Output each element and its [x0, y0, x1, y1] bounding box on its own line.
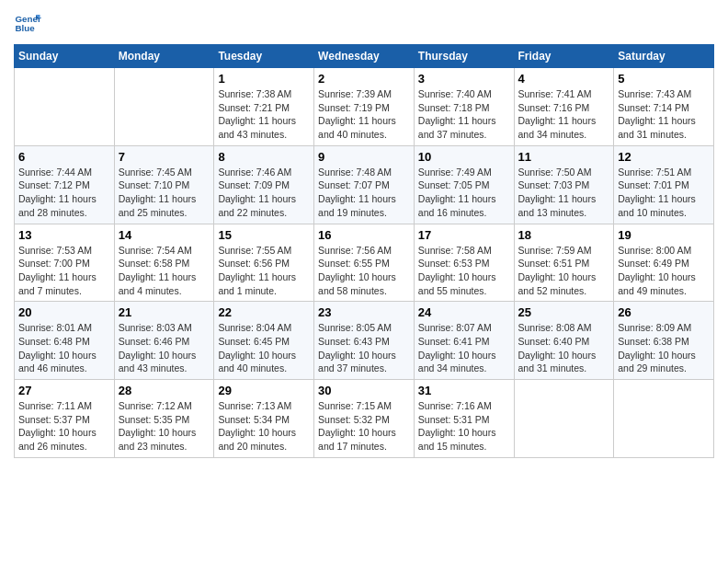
day-detail: Sunrise: 7:44 AM Sunset: 7:12 PM Dayligh…: [18, 166, 110, 220]
calendar-cell: 17Sunrise: 7:58 AM Sunset: 6:53 PM Dayli…: [414, 224, 514, 302]
day-number: 10: [418, 150, 510, 164]
day-number: 2: [318, 72, 410, 86]
day-detail: Sunrise: 8:04 AM Sunset: 6:45 PM Dayligh…: [218, 321, 310, 375]
day-number: 15: [218, 228, 310, 242]
svg-text:Blue: Blue: [16, 23, 36, 33]
day-detail: Sunrise: 7:41 AM Sunset: 7:16 PM Dayligh…: [518, 87, 610, 142]
weekday-header: Saturday: [614, 45, 714, 68]
calendar-week-row: 1Sunrise: 7:38 AM Sunset: 7:21 PM Daylig…: [15, 68, 714, 146]
day-detail: Sunrise: 7:16 AM Sunset: 5:31 PM Dayligh…: [418, 399, 510, 454]
day-number: 29: [218, 384, 310, 397]
calendar-header: SundayMondayTuesdayWednesdayThursdayFrid…: [15, 45, 714, 68]
calendar-cell: 31Sunrise: 7:16 AM Sunset: 5:31 PM Dayli…: [414, 380, 514, 458]
day-number: 12: [618, 150, 710, 164]
calendar-cell: 26Sunrise: 8:09 AM Sunset: 6:38 PM Dayli…: [614, 302, 714, 380]
day-detail: Sunrise: 7:40 AM Sunset: 7:18 PM Dayligh…: [418, 87, 510, 142]
calendar-cell: 16Sunrise: 7:56 AM Sunset: 6:55 PM Dayli…: [314, 224, 415, 302]
weekday-header: Monday: [114, 45, 214, 68]
calendar-cell: 1Sunrise: 7:38 AM Sunset: 7:21 PM Daylig…: [214, 68, 314, 146]
day-number: 11: [518, 150, 610, 164]
day-number: 6: [18, 150, 110, 164]
day-number: 23: [318, 305, 410, 319]
calendar-cell: 25Sunrise: 8:08 AM Sunset: 6:40 PM Dayli…: [514, 302, 614, 380]
day-detail: Sunrise: 7:13 AM Sunset: 5:34 PM Dayligh…: [218, 399, 310, 454]
day-detail: Sunrise: 7:11 AM Sunset: 5:37 PM Dayligh…: [18, 399, 110, 454]
day-detail: Sunrise: 7:59 AM Sunset: 6:51 PM Dayligh…: [518, 244, 610, 298]
calendar-cell: 5Sunrise: 7:43 AM Sunset: 7:14 PM Daylig…: [614, 68, 714, 146]
day-detail: Sunrise: 7:46 AM Sunset: 7:09 PM Dayligh…: [218, 166, 310, 220]
day-detail: Sunrise: 7:55 AM Sunset: 6:56 PM Dayligh…: [218, 244, 310, 298]
day-detail: Sunrise: 8:09 AM Sunset: 6:38 PM Dayligh…: [618, 321, 710, 375]
calendar-cell: 11Sunrise: 7:50 AM Sunset: 7:03 PM Dayli…: [514, 145, 614, 224]
day-number: 4: [518, 72, 610, 86]
calendar-week-row: 20Sunrise: 8:01 AM Sunset: 6:48 PM Dayli…: [15, 302, 714, 380]
day-number: 16: [318, 228, 410, 242]
day-number: 18: [518, 228, 610, 242]
day-detail: Sunrise: 8:00 AM Sunset: 6:49 PM Dayligh…: [618, 244, 710, 298]
calendar-cell: 29Sunrise: 7:13 AM Sunset: 5:34 PM Dayli…: [214, 380, 314, 458]
day-number: 7: [119, 150, 210, 164]
day-number: 3: [418, 72, 510, 86]
calendar-cell: [614, 380, 714, 458]
day-number: 19: [618, 228, 710, 242]
calendar-cell: 18Sunrise: 7:59 AM Sunset: 6:51 PM Dayli…: [514, 224, 614, 302]
calendar-cell: 2Sunrise: 7:39 AM Sunset: 7:19 PM Daylig…: [314, 68, 415, 146]
day-detail: Sunrise: 7:54 AM Sunset: 6:58 PM Dayligh…: [119, 244, 210, 298]
day-number: 30: [318, 384, 410, 397]
day-detail: Sunrise: 7:51 AM Sunset: 7:01 PM Dayligh…: [618, 166, 710, 220]
weekday-header: Wednesday: [314, 45, 415, 68]
day-number: 17: [418, 228, 510, 242]
calendar-week-row: 6Sunrise: 7:44 AM Sunset: 7:12 PM Daylig…: [15, 145, 714, 224]
day-detail: Sunrise: 8:05 AM Sunset: 6:43 PM Dayligh…: [318, 321, 410, 375]
day-detail: Sunrise: 7:48 AM Sunset: 7:07 PM Dayligh…: [318, 166, 410, 220]
weekday-header: Thursday: [414, 45, 514, 68]
day-detail: Sunrise: 7:43 AM Sunset: 7:14 PM Dayligh…: [618, 87, 710, 142]
calendar-cell: 28Sunrise: 7:12 AM Sunset: 5:35 PM Dayli…: [114, 380, 214, 458]
day-detail: Sunrise: 8:08 AM Sunset: 6:40 PM Dayligh…: [518, 321, 610, 375]
day-number: 25: [518, 305, 610, 319]
day-detail: Sunrise: 8:07 AM Sunset: 6:41 PM Dayligh…: [418, 321, 510, 375]
day-number: 5: [618, 72, 710, 86]
calendar-cell: 23Sunrise: 8:05 AM Sunset: 6:43 PM Dayli…: [314, 302, 415, 380]
day-number: 14: [119, 228, 210, 242]
logo-icon: General Blue: [14, 9, 41, 37]
day-number: 13: [18, 228, 110, 242]
weekday-header: Sunday: [15, 45, 115, 68]
day-number: 1: [218, 72, 310, 86]
calendar-cell: 21Sunrise: 8:03 AM Sunset: 6:46 PM Dayli…: [114, 302, 214, 380]
calendar-cell: 9Sunrise: 7:48 AM Sunset: 7:07 PM Daylig…: [314, 145, 415, 224]
calendar-cell: 14Sunrise: 7:54 AM Sunset: 6:58 PM Dayli…: [114, 224, 214, 302]
calendar-cell: 6Sunrise: 7:44 AM Sunset: 7:12 PM Daylig…: [15, 145, 115, 224]
day-detail: Sunrise: 8:01 AM Sunset: 6:48 PM Dayligh…: [18, 321, 110, 375]
calendar-cell: 27Sunrise: 7:11 AM Sunset: 5:37 PM Dayli…: [15, 380, 115, 458]
calendar-table: SundayMondayTuesdayWednesdayThursdayFrid…: [14, 44, 714, 458]
calendar-cell: [15, 68, 115, 146]
day-detail: Sunrise: 7:39 AM Sunset: 7:19 PM Dayligh…: [318, 87, 410, 142]
calendar-week-row: 13Sunrise: 7:53 AM Sunset: 7:00 PM Dayli…: [15, 224, 714, 302]
calendar-cell: 15Sunrise: 7:55 AM Sunset: 6:56 PM Dayli…: [214, 224, 314, 302]
logo: General Blue: [14, 9, 45, 37]
day-number: 27: [18, 384, 110, 397]
calendar-cell: 12Sunrise: 7:51 AM Sunset: 7:01 PM Dayli…: [614, 145, 714, 224]
calendar-cell: 30Sunrise: 7:15 AM Sunset: 5:32 PM Dayli…: [314, 380, 415, 458]
calendar-cell: 8Sunrise: 7:46 AM Sunset: 7:09 PM Daylig…: [214, 145, 314, 224]
day-number: 22: [218, 305, 310, 319]
day-number: 28: [119, 384, 210, 397]
calendar-body: 1Sunrise: 7:38 AM Sunset: 7:21 PM Daylig…: [15, 68, 714, 458]
day-detail: Sunrise: 8:03 AM Sunset: 6:46 PM Dayligh…: [119, 321, 210, 375]
day-number: 26: [618, 305, 710, 319]
day-number: 9: [318, 150, 410, 164]
calendar-cell: 13Sunrise: 7:53 AM Sunset: 7:00 PM Dayli…: [15, 224, 115, 302]
day-detail: Sunrise: 7:12 AM Sunset: 5:35 PM Dayligh…: [119, 399, 210, 454]
day-number: 8: [218, 150, 310, 164]
calendar-cell: 3Sunrise: 7:40 AM Sunset: 7:18 PM Daylig…: [414, 68, 514, 146]
calendar-cell: 7Sunrise: 7:45 AM Sunset: 7:10 PM Daylig…: [114, 145, 214, 224]
day-detail: Sunrise: 7:56 AM Sunset: 6:55 PM Dayligh…: [318, 244, 410, 298]
day-detail: Sunrise: 7:50 AM Sunset: 7:03 PM Dayligh…: [518, 166, 610, 220]
day-detail: Sunrise: 7:58 AM Sunset: 6:53 PM Dayligh…: [418, 244, 510, 298]
day-number: 31: [418, 384, 510, 397]
day-number: 21: [119, 305, 210, 319]
day-detail: Sunrise: 7:38 AM Sunset: 7:21 PM Dayligh…: [218, 87, 310, 142]
day-number: 24: [418, 305, 510, 319]
weekday-header: Friday: [514, 45, 614, 68]
